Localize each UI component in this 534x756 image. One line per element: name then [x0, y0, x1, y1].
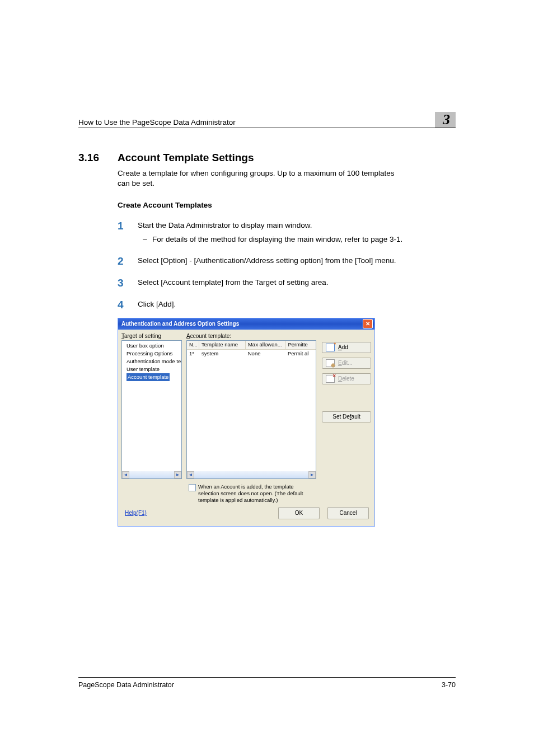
- section-intro: Create a template for when configuring g…: [118, 168, 409, 189]
- auto-apply-template-checkbox[interactable]: [189, 484, 196, 491]
- listview-label: Account template:: [186, 333, 316, 339]
- tree-item[interactable]: User box option: [123, 342, 182, 350]
- scroll-left-icon[interactable]: ◄: [187, 471, 194, 478]
- column-header[interactable]: Template name: [199, 341, 246, 349]
- footer-page-number: 3-70: [442, 681, 456, 689]
- horizontal-scrollbar[interactable]: ◄ ►: [187, 471, 316, 478]
- add-icon: [326, 344, 335, 351]
- help-link[interactable]: Help(F1): [125, 510, 147, 516]
- section-number: 3.16: [78, 152, 118, 164]
- tree-item[interactable]: Processing Options: [123, 350, 182, 358]
- account-template-listview[interactable]: N... Template name Max allowan... Permit…: [186, 340, 316, 479]
- table-cell: Permit al: [285, 350, 316, 358]
- edit-button[interactable]: Edit...: [322, 358, 371, 369]
- tree-view[interactable]: User box option Processing Options Authe…: [121, 340, 182, 479]
- step-subtext: For details of the method for displaying…: [152, 234, 402, 245]
- step-number: 1: [118, 220, 138, 244]
- tree-item[interactable]: Authentication mode tem: [123, 358, 182, 365]
- dialog-title: Authentication and Address Option Settin…: [121, 321, 239, 327]
- step-text: Select [Account template] from the Targe…: [138, 278, 420, 288]
- set-default-button[interactable]: Set Default: [322, 411, 371, 422]
- step-text: Select [Option] - [Authentication/Addres…: [138, 256, 420, 266]
- chapter-number: 3: [435, 112, 456, 128]
- step-number: 3: [118, 278, 138, 288]
- scroll-right-icon[interactable]: ►: [174, 471, 181, 478]
- ok-button[interactable]: OK: [278, 507, 320, 519]
- running-header: How to Use the PageScope Data Administra…: [78, 118, 236, 126]
- dash-bullet: –: [138, 234, 152, 245]
- tree-label: Target of setting: [121, 333, 182, 339]
- dialog-titlebar[interactable]: Authentication and Address Option Settin…: [118, 318, 374, 330]
- section-title: Account Template Settings: [118, 152, 254, 164]
- column-header[interactable]: Max allowan...: [246, 341, 286, 349]
- delete-button[interactable]: Delete: [322, 373, 371, 384]
- delete-icon: [326, 375, 335, 383]
- add-button[interactable]: Add: [322, 342, 371, 353]
- tree-item-selected[interactable]: Account template: [127, 373, 170, 381]
- edit-icon: [326, 359, 335, 367]
- dialog-window: Authentication and Address Option Settin…: [118, 318, 375, 527]
- step-number: 2: [118, 256, 138, 266]
- table-cell: None: [246, 350, 285, 358]
- section-subheading: Create Account Templates: [118, 201, 456, 209]
- footer-product: PageScope Data Administrator: [78, 681, 174, 689]
- table-cell: system: [199, 350, 246, 358]
- step-text: Start the Data Administrator to display …: [138, 221, 312, 229]
- column-header[interactable]: N...: [187, 341, 199, 349]
- close-icon[interactable]: ✕: [363, 319, 373, 328]
- column-header[interactable]: Permitte: [286, 341, 316, 349]
- cancel-button[interactable]: Cancel: [327, 507, 369, 519]
- scroll-left-icon[interactable]: ◄: [122, 471, 129, 478]
- scroll-right-icon[interactable]: ►: [308, 471, 316, 478]
- table-cell: 1*: [187, 350, 199, 358]
- tree-item[interactable]: User template: [123, 365, 182, 373]
- table-row[interactable]: 1* system None Permit al: [187, 350, 316, 358]
- step-number: 4: [118, 299, 138, 310]
- step-text: Click [Add].: [138, 299, 420, 310]
- checkbox-label: When an Account is added, the template s…: [198, 483, 371, 504]
- horizontal-scrollbar[interactable]: ◄ ►: [122, 471, 181, 478]
